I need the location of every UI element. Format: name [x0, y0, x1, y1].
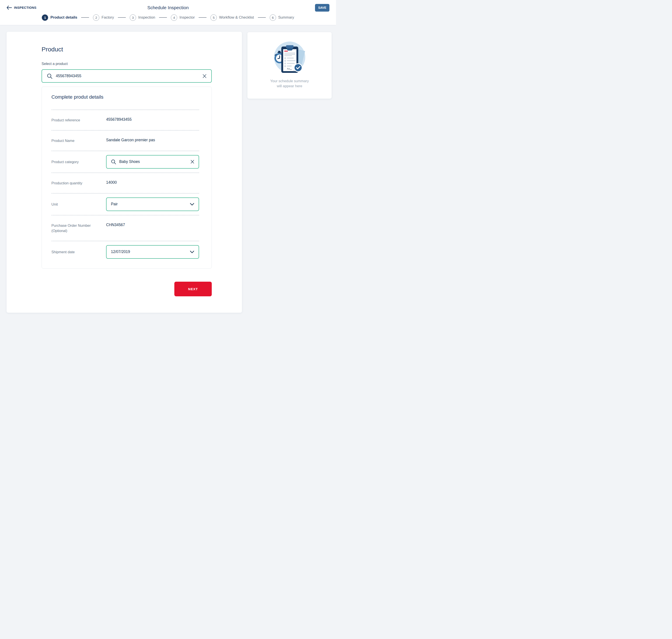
step-label: Workflow & Checklist: [219, 15, 254, 20]
row-value-unit: Pair: [111, 202, 187, 206]
back-button[interactable]: INSPECTIONS: [6, 6, 36, 10]
step-number: 1: [42, 14, 48, 21]
step-label: Product details: [50, 15, 77, 20]
product-heading: Product: [42, 46, 212, 53]
search-icon: [111, 159, 116, 165]
complete-details-heading: Complete produt details: [42, 94, 212, 100]
detail-row-shipment-date: Shipment date12/07/2019: [51, 241, 199, 263]
row-label-purchase-order-number: Purchase Order Number (Optional): [51, 223, 106, 234]
product-details-card: Product Select a product 455678943455: [6, 32, 242, 313]
row-label-shipment-date: Shipment date: [51, 249, 106, 255]
step-label: Inspection: [138, 15, 155, 20]
step-number: 5: [211, 14, 217, 21]
step-workflow-checklist[interactable]: 5Workflow & Checklist: [211, 14, 254, 21]
step-connector: [159, 17, 167, 18]
row-value-shipment-date: 12/07/2019: [111, 250, 187, 254]
product-search-input[interactable]: 455678943455: [42, 69, 212, 83]
product-category-search-input[interactable]: Baby Shoes: [106, 155, 199, 169]
clear-search-icon[interactable]: [202, 74, 207, 78]
step-inspection[interactable]: 3Inspection: [130, 14, 155, 21]
row-value-product-name: Sandale Garcon premier pas: [106, 138, 155, 142]
row-label-unit: Unit: [51, 201, 106, 207]
shipment-date-select[interactable]: 12/07/2019: [106, 245, 199, 259]
row-value-product-category: Baby Shoes: [119, 159, 187, 164]
chevron-down-icon: [190, 251, 194, 253]
step-number: 4: [171, 14, 177, 21]
back-label: INSPECTIONS: [14, 6, 36, 10]
step-product-details[interactable]: 1Product details: [42, 14, 77, 21]
schedule-illustration: [273, 41, 306, 74]
chevron-down-icon: [190, 203, 194, 206]
step-connector: [81, 17, 89, 18]
page-title: Schedule Inspection: [6, 5, 330, 10]
summary-placeholder-card: Your schedule summary will appear here: [247, 32, 332, 99]
row-label-product-name: Product Name: [51, 138, 106, 143]
select-product-label: Select a product: [42, 62, 212, 66]
detail-row-unit: UnitPair: [51, 193, 199, 215]
row-label-production-quantity: Production quantity: [51, 180, 106, 186]
row-value-production-quantity: 14000: [106, 180, 117, 185]
search-icon: [47, 73, 52, 79]
step-inspector[interactable]: 4Inspector: [171, 14, 195, 21]
step-number: 6: [270, 14, 276, 21]
detail-row-product-reference: Product reference455678943455: [51, 110, 199, 130]
detail-row-purchase-order-number: Purchase Order Number (Optional)CHN34567: [51, 215, 199, 241]
step-number: 3: [130, 14, 136, 21]
step-connector: [118, 17, 126, 18]
step-connector: [258, 17, 266, 18]
next-button[interactable]: NEXT: [174, 282, 212, 296]
top-bar: INSPECTIONS Schedule Inspection SAVE 1Pr…: [0, 0, 336, 25]
save-button[interactable]: SAVE: [315, 4, 330, 12]
detail-row-production-quantity: Production quantity14000: [51, 173, 199, 193]
step-label: Summary: [278, 15, 294, 20]
row-label-product-category: Product category: [51, 159, 106, 165]
row-label-product-reference: Product reference: [51, 117, 106, 123]
unit-select[interactable]: Pair: [106, 198, 199, 211]
schedule-inspection-page: INSPECTIONS Schedule Inspection SAVE 1Pr…: [0, 0, 336, 320]
detail-row-product-category: Product categoryBaby Shoes: [51, 151, 199, 173]
step-number: 2: [93, 14, 99, 21]
step-factory[interactable]: 2Factory: [93, 14, 114, 21]
stepper: 1Product details2Factory3Inspection4Insp…: [6, 13, 330, 22]
complete-details-card: Complete produt details Product referenc…: [42, 87, 212, 268]
summary-placeholder-caption: Your schedule summary will appear here: [252, 78, 327, 89]
step-connector: [199, 17, 207, 18]
row-value-product-reference: 455678943455: [106, 117, 132, 122]
back-arrow-icon: [6, 6, 12, 10]
product-search-value: 455678943455: [56, 74, 199, 78]
step-summary[interactable]: 6Summary: [270, 14, 294, 21]
clear-icon[interactable]: [190, 160, 194, 163]
row-value-purchase-order-number: CHN34567: [106, 223, 125, 227]
step-label: Inspector: [179, 15, 195, 20]
step-label: Factory: [102, 15, 114, 20]
detail-row-product-name: Product NameSandale Garcon premier pas: [51, 130, 199, 151]
